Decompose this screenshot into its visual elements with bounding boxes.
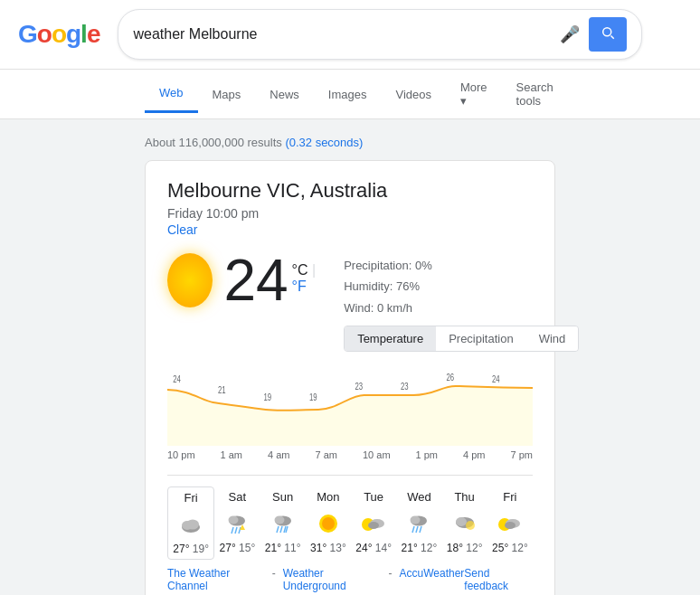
svg-point-38 xyxy=(505,522,516,529)
nav-item-more[interactable]: More ▾ xyxy=(446,70,502,118)
search-button[interactable] xyxy=(589,17,627,52)
temperature-units: °C | °F xyxy=(292,251,317,295)
forecast-day-thu[interactable]: Thu 18° 12° xyxy=(442,486,487,560)
forecast-icon-wed xyxy=(400,509,438,538)
svg-point-24 xyxy=(322,517,335,530)
header: Google 🎤 xyxy=(0,0,700,70)
forecast-day-fri[interactable]: Fri 27° 19° xyxy=(167,486,214,560)
svg-point-12 xyxy=(229,516,239,524)
send-feedback-link[interactable]: Send feedback xyxy=(464,567,533,592)
time-label-3: 4 am xyxy=(268,449,289,460)
precipitation-detail: Precipitation: 0% xyxy=(344,255,579,276)
svg-point-10 xyxy=(186,520,199,530)
time-label-8: 7 pm xyxy=(511,449,533,460)
nav-item-videos[interactable]: Videos xyxy=(381,77,446,112)
forecast-icon-fri xyxy=(172,510,210,539)
svg-text:26: 26 xyxy=(446,373,454,382)
svg-line-14 xyxy=(235,527,237,534)
forecast-icon-tue xyxy=(355,509,393,538)
footer-separator-1: - xyxy=(272,567,276,592)
forecast-day-sat[interactable]: Sat 27° 15° xyxy=(214,486,260,560)
weather-footer: The Weather Channel - Weather Undergroun… xyxy=(167,560,533,595)
weather-channel-link[interactable]: The Weather Channel xyxy=(167,567,265,592)
time-label-1: 10 pm xyxy=(167,449,195,460)
time-label-4: 7 am xyxy=(316,449,337,460)
google-logo: Google xyxy=(18,20,99,49)
forecast-day-name-sat: Sat xyxy=(218,490,256,504)
svg-text:19: 19 xyxy=(309,392,317,402)
forecast-icon-sat xyxy=(218,509,256,538)
forecast-day-wed[interactable]: Wed 21° 12° xyxy=(396,486,441,560)
forecast-day-name-fri: Fri xyxy=(172,491,210,505)
weather-left: 24 °C | °F xyxy=(167,251,317,309)
nav-item-search-tools[interactable]: Search tools xyxy=(502,70,568,118)
forecast-day-tue[interactable]: Tue 24° 14° xyxy=(351,486,396,560)
results-count: About 116,000,000 results (0.32 seconds) xyxy=(145,128,555,160)
nav-item-web[interactable]: Web xyxy=(145,75,198,113)
weather-datetime: Friday 10:00 pm xyxy=(167,206,533,221)
microphone-icon[interactable]: 🎤 xyxy=(560,24,580,44)
svg-text:23: 23 xyxy=(401,382,409,392)
time-label-2: 1 am xyxy=(221,449,242,460)
forecast-day-name-tue: Tue xyxy=(355,490,393,504)
svg-point-29 xyxy=(411,516,421,524)
time-label-6: 1 pm xyxy=(416,449,438,460)
nav-item-images[interactable]: Images xyxy=(314,77,382,112)
chart-tab-temperature[interactable]: Temperature xyxy=(345,326,436,351)
svg-text:23: 23 xyxy=(355,382,363,392)
forecast-day-mon[interactable]: Mon 31° 13° xyxy=(306,486,351,560)
time-label-7: 4 pm xyxy=(463,449,485,460)
fahrenheit-unit[interactable]: °F xyxy=(292,279,307,294)
nav-item-news[interactable]: News xyxy=(255,77,314,112)
svg-point-35 xyxy=(466,521,475,530)
temperature-display: 24 °C | °F xyxy=(223,251,317,309)
svg-line-19 xyxy=(277,526,279,533)
forecast-row: Fri 27° 19° Sat xyxy=(167,475,533,560)
celsius-unit[interactable]: °C xyxy=(292,262,308,278)
forecast-icon-thu xyxy=(446,509,484,538)
forecast-temps-sat: 27° 15° xyxy=(218,542,256,554)
chart-tabs-container: Temperature Precipitation Wind xyxy=(344,326,579,352)
wind-detail: Wind: 0 km/h xyxy=(344,298,579,318)
chart-svg: 24 21 19 19 23 23 26 24 xyxy=(167,373,533,446)
forecast-day-name-mon: Mon xyxy=(309,490,347,504)
temperature-value: 24 xyxy=(223,251,288,309)
svg-line-20 xyxy=(280,526,282,533)
forecast-icon-mon xyxy=(309,509,347,538)
forecast-day-name-thu: Thu xyxy=(446,490,484,504)
accuweather-link[interactable]: AccuWeather xyxy=(400,567,465,592)
nav-bar: Web Maps News Images Videos More ▾ Searc… xyxy=(0,70,700,119)
forecast-temps-mon: 31° 13° xyxy=(309,542,347,554)
forecast-temps-fri: 27° 19° xyxy=(172,543,210,555)
footer-separator-2: - xyxy=(389,567,393,592)
weather-condition: Clear xyxy=(167,222,533,237)
weather-underground-link[interactable]: Weather Underground xyxy=(283,567,382,592)
forecast-temps-tue: 24° 14° xyxy=(355,542,393,554)
forecast-day-name-fri2: Fri xyxy=(491,490,529,504)
svg-point-34 xyxy=(456,517,467,526)
forecast-day-sun[interactable]: Sun 21° 11° xyxy=(260,486,306,560)
chart-tab-precipitation[interactable]: Precipitation xyxy=(436,326,526,351)
forecast-temps-wed: 21° 12° xyxy=(400,542,438,554)
svg-line-13 xyxy=(232,527,233,534)
weather-location: Melbourne VIC, Australia xyxy=(167,179,533,203)
forecast-day-name-wed: Wed xyxy=(400,490,438,504)
humidity-detail: Humidity: 76% xyxy=(344,276,579,297)
forecast-temps-thu: 18° 12° xyxy=(446,542,484,554)
time-label-5: 10 am xyxy=(363,449,391,460)
unit-separator: | xyxy=(312,262,316,278)
svg-text:24: 24 xyxy=(173,374,181,384)
source-links: The Weather Channel - Weather Undergroun… xyxy=(167,567,464,592)
svg-text:19: 19 xyxy=(263,392,271,402)
svg-point-27 xyxy=(368,522,379,529)
nav-item-maps[interactable]: Maps xyxy=(198,77,256,112)
search-input[interactable] xyxy=(133,26,560,42)
forecast-day-name-sun: Sun xyxy=(264,490,302,504)
chart-tab-wind[interactable]: Wind xyxy=(526,326,579,351)
forecast-day-fri2[interactable]: Fri 25° 12° xyxy=(487,486,533,560)
search-bar: 🎤 xyxy=(118,9,642,60)
forecast-temps-fri2: 25° 12° xyxy=(491,542,529,554)
weather-details: Precipitation: 0% Humidity: 76% Wind: 0 … xyxy=(344,251,579,359)
svg-line-31 xyxy=(416,526,418,533)
svg-text:24: 24 xyxy=(492,374,500,384)
